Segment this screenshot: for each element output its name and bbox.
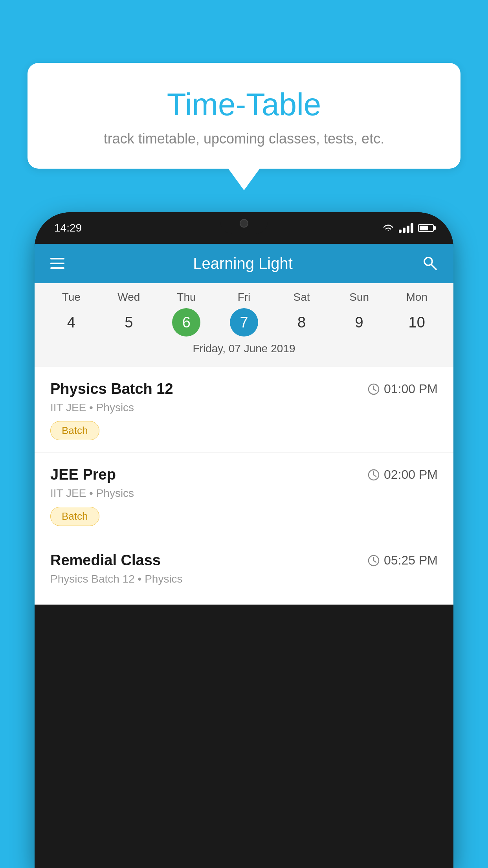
schedule-item-1[interactable]: Physics Batch 12 01:00 PM IIT JEE • Phys… (35, 367, 453, 452)
day-header-fri: Fri (215, 291, 273, 308)
speech-bubble-subtitle: track timetable, upcoming classes, tests… (51, 131, 437, 147)
schedule-item-2-header: JEE Prep 02:00 PM (50, 466, 438, 483)
svg-line-1 (431, 265, 436, 270)
speech-bubble-arrow (228, 169, 260, 190)
schedule-item-3-header: Remedial Class 05:25 PM (50, 552, 438, 569)
hamburger-line-2 (50, 263, 64, 264)
day-9[interactable]: 9 (330, 308, 388, 337)
hamburger-line-3 (50, 267, 64, 269)
schedule-item-2-badge: Batch (50, 507, 99, 526)
phone-frame: 14:29 (35, 212, 453, 868)
day-10[interactable]: 10 (388, 308, 446, 337)
search-button[interactable] (421, 254, 438, 272)
status-icons (382, 223, 434, 233)
schedule-item-1-title: Physics Batch 12 (50, 381, 173, 397)
schedule-item-2[interactable]: JEE Prep 02:00 PM IIT JEE • Physics Batc… (35, 452, 453, 538)
day-circle-5: 5 (115, 308, 143, 337)
status-time: 14:29 (54, 222, 82, 234)
day-header-thu: Thu (158, 291, 215, 308)
day-circle-8: 8 (288, 308, 316, 337)
app-title: Learning Light (193, 255, 293, 272)
schedule-item-1-subtitle: IIT JEE • Physics (50, 401, 438, 414)
speech-bubble-container: Time-Table track timetable, upcoming cla… (28, 63, 460, 190)
battery-icon (418, 224, 434, 232)
day-header-tue: Tue (42, 291, 100, 308)
schedule-item-2-title: JEE Prep (50, 466, 116, 483)
notch (220, 212, 268, 234)
day-numbers: 4 5 6 7 8 9 10 (35, 308, 453, 337)
schedule-item-2-time: 02:00 PM (367, 467, 438, 482)
signal-icon (399, 223, 413, 233)
camera (240, 219, 248, 228)
schedule-item-3-time: 05:25 PM (367, 553, 438, 568)
day-headers: Tue Wed Thu Fri Sat Sun Mon (35, 291, 453, 308)
speech-bubble-title: Time-Table (51, 86, 437, 123)
speech-bubble: Time-Table track timetable, upcoming cla… (28, 63, 460, 169)
schedule-item-1-time: 01:00 PM (367, 382, 438, 396)
clock-icon-2 (367, 469, 380, 481)
day-circle-7-selected: 7 (230, 308, 258, 337)
day-header-wed: Wed (100, 291, 158, 308)
day-circle-4: 4 (57, 308, 85, 337)
day-header-sat: Sat (273, 291, 330, 308)
clock-icon-3 (367, 554, 380, 567)
day-7[interactable]: 7 (215, 308, 273, 337)
schedule-item-2-time-text: 02:00 PM (384, 467, 438, 482)
phone-container: 14:29 (35, 212, 453, 868)
day-8[interactable]: 8 (273, 308, 330, 337)
schedule-item-3-time-text: 05:25 PM (384, 553, 438, 568)
schedule-item-3-title: Remedial Class (50, 552, 161, 569)
day-5[interactable]: 5 (100, 308, 158, 337)
battery-fill (420, 226, 428, 230)
day-4[interactable]: 4 (42, 308, 100, 337)
hamburger-menu-icon[interactable] (50, 258, 64, 269)
schedule-item-1-header: Physics Batch 12 01:00 PM (50, 381, 438, 397)
selected-date-label: Friday, 07 June 2019 (35, 337, 453, 363)
wifi-icon (382, 223, 394, 233)
day-header-mon: Mon (388, 291, 446, 308)
app-header: Learning Light (35, 244, 453, 283)
day-circle-9: 9 (345, 308, 373, 337)
schedule-item-3[interactable]: Remedial Class 05:25 PM Physics Batch 12… (35, 538, 453, 605)
schedule-item-1-badge: Batch (50, 421, 99, 440)
day-6[interactable]: 6 (158, 308, 215, 337)
schedule-item-3-subtitle: Physics Batch 12 • Physics (50, 573, 438, 585)
schedule-item-1-time-text: 01:00 PM (384, 382, 438, 396)
status-bar: 14:29 (35, 212, 453, 244)
calendar-strip: Tue Wed Thu Fri Sat Sun Mon 4 5 6 7 (35, 283, 453, 367)
hamburger-line-1 (50, 258, 64, 259)
day-circle-10: 10 (403, 308, 431, 337)
day-header-sun: Sun (330, 291, 388, 308)
day-circle-6-today: 6 (172, 308, 200, 337)
clock-icon-1 (367, 383, 380, 395)
schedule-item-2-subtitle: IIT JEE • Physics (50, 487, 438, 500)
schedule-list: Physics Batch 12 01:00 PM IIT JEE • Phys… (35, 367, 453, 605)
